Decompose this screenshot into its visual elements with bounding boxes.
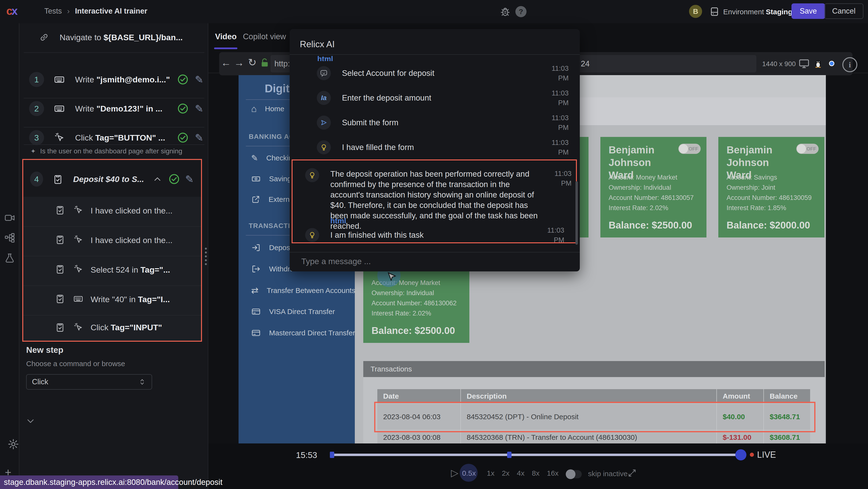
flow-tree-icon[interactable] — [4, 232, 15, 243]
sidebar-item-transfer[interactable]: ⇄ Transfer Between Accounts — [251, 285, 355, 296]
sidebar-item-home[interactable]: ⌂ Home — [251, 105, 284, 113]
timeline-playhead[interactable] — [735, 449, 746, 460]
sidebar-item-deposit[interactable]: Deposit — [251, 243, 294, 253]
cell-description: 845320368 (TRN) - Transfer to Account (4… — [460, 430, 716, 443]
timeline-track[interactable] — [331, 454, 741, 456]
tab-video[interactable]: Video — [215, 32, 237, 41]
divider — [290, 54, 580, 55]
substep-row[interactable]: Select 524 in Tag="... — [23, 256, 201, 285]
lock-icon — [259, 57, 270, 68]
substep-row[interactable]: Click Tag="INPUT" — [23, 315, 201, 341]
panel-resize-handle[interactable] — [205, 248, 207, 250]
substep-row[interactable]: Write "40" in Tag="I... — [23, 285, 201, 315]
edit-pencil-icon[interactable]: ✎ — [195, 132, 204, 144]
bug-icon[interactable] — [499, 6, 511, 18]
url-bar-suffix: 24 — [581, 59, 590, 68]
edit-pencil-icon[interactable]: ✎ — [185, 173, 194, 185]
speed-2x[interactable]: 2x — [502, 469, 509, 478]
card-ownership: Ownership: Joint — [726, 184, 775, 192]
cx-logo-icon[interactable]: cx — [6, 4, 17, 18]
settings-gear-icon[interactable] — [7, 438, 20, 450]
html-link[interactable]: html — [330, 217, 346, 225]
live-label: LIVE — [757, 450, 776, 460]
col-date[interactable]: Date — [377, 389, 460, 403]
withdraw-icon — [251, 264, 261, 274]
skip-inactive-toggle[interactable] — [566, 470, 582, 478]
cancel-button[interactable]: Cancel — [825, 3, 863, 19]
edit-pencil-icon[interactable]: ✎ — [195, 103, 204, 115]
help-icon[interactable]: ? — [516, 6, 527, 17]
check-circle-icon — [168, 173, 180, 185]
keyboard-icon — [73, 294, 83, 304]
sidebar-item-savings[interactable]: Savings — [251, 174, 295, 184]
edit-icon: ✎ — [251, 153, 258, 163]
check-circle-icon — [177, 132, 189, 143]
cursor-click-icon — [73, 205, 83, 215]
chat-bubble-icon — [317, 66, 331, 80]
breadcrumb-separator: › — [67, 7, 69, 16]
video-camera-icon[interactable] — [4, 212, 15, 223]
step-navigate[interactable]: Navigate to ${BASE_URL}/ban... — [39, 32, 183, 42]
collapse-chevron-icon[interactable] — [152, 174, 162, 184]
updown-chevron-icon — [138, 378, 146, 386]
speed-0.5x[interactable]: 0.5x — [462, 469, 476, 478]
step-row-1[interactable]: 1 Write "jsmith@demo.i..." ✎ — [29, 64, 204, 95]
command-dropdown[interactable]: Click — [26, 374, 152, 390]
tab-copilot-view[interactable]: Copilot view — [243, 32, 286, 41]
transactions-header: Transactions — [363, 361, 825, 377]
speed-1x[interactable]: 1x — [487, 469, 495, 478]
check-circle-icon — [177, 74, 189, 85]
substep-row[interactable]: I have clicked on the... — [23, 197, 201, 226]
top-header: cx Tests › Interactive AI trainer ? B En… — [0, 0, 868, 23]
sidebar-item-visa-transfer[interactable]: VISA Direct Transfer — [251, 307, 335, 316]
account-card-money-market[interactable]: OFF Benjamin Johnson Ward Account: Money… — [600, 137, 707, 237]
divider — [290, 252, 580, 253]
substep-row[interactable]: I have clicked on the... — [23, 226, 201, 256]
lightbulb-icon — [305, 168, 319, 182]
chevron-down-icon[interactable] — [25, 416, 36, 427]
environment-label: Environment — [723, 8, 764, 16]
chat-input[interactable] — [301, 256, 520, 266]
environment-value[interactable]: Staging — [766, 8, 793, 16]
monitor-icon[interactable] — [798, 58, 810, 69]
col-amount[interactable]: Amount — [716, 389, 764, 403]
speed-8x[interactable]: 8x — [532, 469, 539, 478]
sidebar-item-external[interactable]: External — [251, 195, 295, 204]
back-icon[interactable]: ← — [221, 57, 231, 68]
step-row-4[interactable]: 4 Deposit $40 to S... ✎ — [30, 168, 194, 190]
chat-scrollbar[interactable] — [576, 181, 578, 245]
card-toggle-off[interactable]: OFF — [796, 144, 818, 154]
external-link-icon — [251, 195, 260, 204]
reload-icon[interactable]: ↻ — [248, 56, 256, 68]
col-balance[interactable]: Balance — [764, 389, 810, 403]
col-description[interactable]: Description — [460, 389, 716, 403]
timeline-marker-mid[interactable] — [507, 452, 512, 458]
cell-date: 2023-08-03 00:08 — [377, 430, 460, 443]
forward-icon[interactable]: → — [234, 57, 244, 68]
clipboard-check-icon — [55, 264, 65, 274]
html-link-partial[interactable]: html — [317, 55, 333, 61]
card-ownership: Ownership: Individual — [609, 184, 671, 192]
chat-message: Submit the form 11:03PM — [317, 113, 569, 132]
speed-4x[interactable]: 4x — [517, 469, 525, 478]
avatar[interactable]: B — [689, 5, 702, 18]
edit-pencil-icon[interactable]: ✎ — [195, 74, 204, 86]
app-root: cx Tests › Interactive AI trainer ? B En… — [0, 0, 868, 489]
sidebar-item-mastercard-transfer[interactable]: Mastercard Direct Transfer — [251, 328, 355, 338]
breadcrumb-tests[interactable]: Tests — [44, 7, 62, 16]
card-toggle-off[interactable]: OFF — [678, 144, 701, 154]
page-title: Interactive AI trainer — [75, 7, 148, 16]
timeline-marker-start[interactable] — [330, 452, 334, 458]
account-card-savings[interactable]: OFF Benjamin Johnson Ward Account: Savin… — [718, 137, 825, 237]
step-row-2[interactable]: 2 Write "Demo123!" in ... ✎ — [29, 93, 204, 124]
send-cursor-icon — [317, 116, 331, 130]
expand-icon[interactable] — [627, 468, 638, 478]
card-interest-rate: Interest Rate: 1.85% — [726, 204, 786, 212]
info-icon[interactable]: i — [842, 57, 857, 72]
save-button[interactable]: Save — [792, 3, 825, 19]
assertion-note[interactable]: ✦ Is the user on the dashboard page afte… — [31, 147, 182, 155]
play-icon[interactable]: ▷ — [451, 467, 459, 478]
left-icon-rail: + — [0, 23, 20, 489]
speed-16x[interactable]: 16x — [547, 469, 558, 478]
flask-icon[interactable] — [4, 253, 15, 264]
